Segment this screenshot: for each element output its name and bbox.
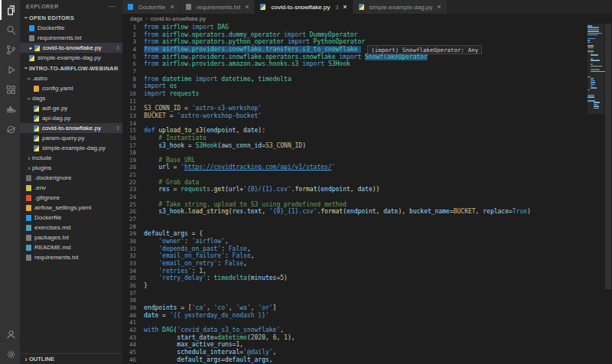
close-icon[interactable]: × xyxy=(171,4,174,11)
file-name: simple-example-dag.py xyxy=(37,54,119,61)
activity-item-account[interactable] xyxy=(0,324,20,344)
code-line[interactable]: 28 xyxy=(122,223,588,231)
tree-item[interactable]: README.md xyxy=(20,242,122,252)
code-line[interactable]: 15def upload_to_s3(endpoint, date): xyxy=(122,127,588,135)
code-line[interactable]: 25 # Take string, upload to S3 using pre… xyxy=(122,201,588,209)
activity-item-run-debug[interactable] xyxy=(0,60,20,80)
code-line[interactable]: 4from airflow.providers.snowflake.transf… xyxy=(122,46,588,54)
tab[interactable]: covid-to-snowflake.py3× xyxy=(255,0,353,14)
code-line[interactable]: 10import requests xyxy=(122,90,588,98)
code-line[interactable]: 24 xyxy=(122,193,588,201)
code-line[interactable]: 21 xyxy=(122,171,588,179)
tab[interactable]: simple-example-dag.py× xyxy=(353,0,448,14)
code-line[interactable]: 40date = '{{ yesterday_ds_nodash }}' xyxy=(122,312,588,320)
tree-item[interactable]: ›dags xyxy=(20,93,122,103)
code-line[interactable]: 7 xyxy=(122,68,588,76)
code-line[interactable]: 20 url = 'https://covidtracking.com/api/… xyxy=(122,164,588,171)
code-line[interactable]: 31 'depends_on_past': False, xyxy=(122,245,588,253)
tree-item[interactable]: ›include xyxy=(20,153,122,163)
code-line[interactable]: 19 # Base URL xyxy=(122,157,588,164)
code-line[interactable]: 9import os xyxy=(122,83,588,90)
code-line[interactable]: 44 max_active_runs=1, xyxy=(122,341,588,349)
code-line[interactable]: 42with DAG('covid_data_s3_to_snowflake', xyxy=(122,327,588,334)
activity-item-astro[interactable] xyxy=(0,119,20,139)
code-line[interactable]: 35 'retry_delay': timedelta(minutes=5) xyxy=(122,275,588,282)
activity-item-explorer[interactable] xyxy=(0,0,20,20)
code-line[interactable]: 30 'owner': 'airflow', xyxy=(122,238,588,245)
close-icon[interactable]: × xyxy=(437,4,441,11)
workspace-root-header[interactable]: › INTRO-TO-AIRFLOW-WEBINAR xyxy=(20,63,122,73)
code-line[interactable]: 36} xyxy=(122,282,588,290)
code-line[interactable]: 14 xyxy=(122,120,588,128)
close-icon[interactable]: × xyxy=(245,4,249,11)
code-line[interactable]: 16 # Instantiate xyxy=(122,135,588,142)
open-editor-item[interactable]: simple-example-dag.py xyxy=(20,53,122,63)
code-line[interactable]: 45 schedule_interval='@daily', xyxy=(122,349,588,356)
code-line[interactable]: 32 'email_on_failure': False, xyxy=(122,252,588,260)
code-line[interactable]: 33 'email_on_retry': False, xyxy=(122,260,588,268)
tree-item[interactable]: exercises.md xyxy=(20,223,122,232)
open-editor-item[interactable]: ●covid-to-snowflake.py3 xyxy=(20,43,122,53)
tree-item[interactable]: requirements.txt xyxy=(20,252,122,262)
more-actions-icon[interactable]: ··· xyxy=(108,2,116,10)
code-line[interactable]: 34 'retries': 1, xyxy=(122,268,588,275)
code-line[interactable]: 38 xyxy=(122,297,588,304)
editor-scrollbar[interactable] xyxy=(604,24,612,364)
tree-item[interactable]: param-query.py xyxy=(20,133,122,143)
minimap-slider[interactable] xyxy=(588,24,604,114)
code-line[interactable]: 1from airflow import DAG xyxy=(122,24,588,31)
open-editors-header[interactable]: › OPEN EDITORS xyxy=(20,12,122,23)
scrollbar-thumb[interactable] xyxy=(605,24,611,289)
tree-item[interactable]: packages.txt xyxy=(20,232,122,242)
code-line[interactable]: 37 xyxy=(122,290,588,297)
line-text: default_args=default_args, xyxy=(144,356,273,364)
code-line[interactable]: 11 xyxy=(122,98,588,106)
code-line[interactable]: 5from airflow.providers.snowflake.operat… xyxy=(122,54,588,61)
code-line[interactable]: 46 default_args=default_args, xyxy=(122,356,588,364)
tree-item[interactable]: airflow_settings.yaml xyxy=(20,203,122,213)
code-line[interactable]: 23 res = requests.get(url+'{0}/{1}.csv'.… xyxy=(122,186,588,193)
code-area[interactable]: 1from airflow import DAG2from airflow.op… xyxy=(122,24,588,364)
code-line[interactable]: 2from airflow.operators.dummy_operator i… xyxy=(122,31,588,39)
activity-item-search[interactable] xyxy=(0,20,20,40)
open-editor-item[interactable]: Dockerfile xyxy=(20,23,122,33)
tree-item[interactable]: simple-example-dag.py xyxy=(20,143,122,153)
activity-item-docker[interactable] xyxy=(0,99,20,119)
breadcrumb-item[interactable]: covid-to-snowflake.py xyxy=(151,15,206,22)
code-line[interactable]: 39endpoints = ['ca', 'co', 'wa', 'or'] xyxy=(122,304,588,312)
close-icon[interactable]: × xyxy=(343,4,347,11)
tree-item[interactable]: config.yaml xyxy=(20,83,122,93)
tree-item[interactable]: Dockerfile xyxy=(20,213,122,223)
tree-item[interactable]: adf-ge.py xyxy=(20,103,122,113)
activity-item-settings[interactable] xyxy=(0,344,20,364)
code-line[interactable]: 43 start_date=datetime(2020, 6, 1), xyxy=(122,334,588,342)
code-line[interactable]: 13BUCKET = 'astro-workshop-bucket' xyxy=(122,112,588,120)
tree-item[interactable]: ›plugins xyxy=(20,163,122,173)
code-line[interactable]: 8from datetime import datetime, timedelt… xyxy=(122,76,588,83)
code-line[interactable]: 6from airflow.providers.amazon.aws.hooks… xyxy=(122,60,588,68)
tree-item[interactable]: ›.astro xyxy=(20,73,122,83)
tab[interactable]: requirements.txt× xyxy=(181,0,256,14)
code-line[interactable]: 29default_args = { xyxy=(122,230,588,238)
code-line[interactable]: 22 # Grab data xyxy=(122,179,588,187)
code-line[interactable]: 26 s3_hook.load_string(res.text, '{0}_{1… xyxy=(122,208,588,216)
code-line[interactable]: 41 xyxy=(122,319,588,327)
breadcrumb-item[interactable]: dags xyxy=(130,15,142,22)
code-line[interactable]: 18 xyxy=(122,149,588,157)
tree-item[interactable]: .env xyxy=(20,183,122,193)
activity-item-extensions[interactable] xyxy=(0,80,20,99)
activity-item-source-control[interactable] xyxy=(0,40,20,60)
tab[interactable]: Dockerfile× xyxy=(122,0,181,14)
code-editor[interactable]: 1from airflow import DAG2from airflow.op… xyxy=(122,24,612,364)
workspace-root-label: INTRO-TO-AIRFLOW-WEBINAR xyxy=(29,65,119,72)
open-editor-item[interactable]: requirements.txt xyxy=(20,33,122,43)
code-line[interactable]: 3from airflow.operators.python_operator … xyxy=(122,38,588,46)
tree-item[interactable]: .dockerignore xyxy=(20,173,122,183)
tree-item[interactable]: covid-to-snowflake.py3 xyxy=(20,123,122,133)
tree-item[interactable]: .gitignore xyxy=(20,193,122,203)
code-line[interactable]: 17 s3_hook = S3Hook(aws_conn_id=S3_CONN_… xyxy=(122,142,588,150)
tree-item[interactable]: api-dag.py xyxy=(20,113,122,123)
code-line[interactable]: 12S3_CONN_ID = 'astro-s3-workshop' xyxy=(122,105,588,112)
outline-header[interactable]: › OUTLINE xyxy=(20,353,122,364)
code-line[interactable]: 27 xyxy=(122,216,588,223)
